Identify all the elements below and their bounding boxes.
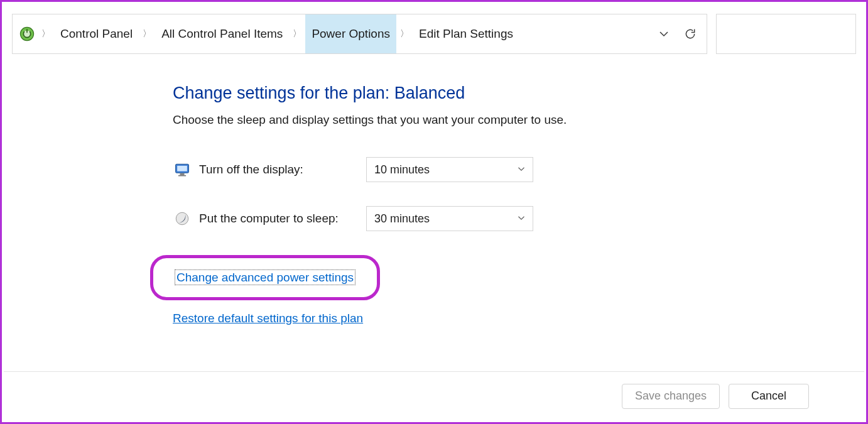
monitor-icon (173, 160, 192, 179)
svg-rect-4 (178, 175, 186, 177)
breadcrumb-item-all-items[interactable]: All Control Panel Items (155, 14, 289, 53)
chevron-down-icon (518, 214, 525, 224)
sleep-label: Put the computer to sleep: (199, 212, 366, 226)
breadcrumb: 〉 Control Panel 〉 All Control Panel Item… (12, 14, 707, 54)
page-subtitle: Choose the sleep and display settings th… (173, 113, 841, 127)
chevron-right-icon[interactable]: 〉 (398, 28, 411, 40)
cancel-button[interactable]: Cancel (729, 384, 809, 409)
setting-row-sleep: Put the computer to sleep: 30 minutes (173, 206, 841, 231)
address-bar: 〉 Control Panel 〉 All Control Panel Item… (12, 14, 856, 54)
save-changes-button[interactable]: Save changes (622, 384, 720, 409)
chevron-down-icon (518, 165, 525, 175)
svg-rect-3 (180, 173, 185, 175)
display-off-select[interactable]: 10 minutes (366, 157, 533, 182)
power-options-icon (19, 26, 35, 42)
chevron-right-icon[interactable]: 〉 (140, 28, 154, 40)
moon-icon (173, 209, 192, 228)
breadcrumb-item-edit-plan[interactable]: Edit Plan Settings (413, 14, 519, 53)
page-title: Change settings for the plan: Balanced (173, 84, 841, 103)
address-history-button[interactable] (651, 29, 676, 39)
display-off-label: Turn off the display: (199, 163, 366, 177)
breadcrumb-item-control-panel[interactable]: Control Panel (54, 14, 139, 53)
search-box[interactable] (716, 14, 856, 54)
chevron-right-icon[interactable]: 〉 (290, 28, 304, 40)
refresh-button[interactable] (678, 28, 703, 40)
svg-rect-2 (177, 166, 187, 171)
footer-bar: Save changes Cancel (4, 371, 864, 420)
restore-defaults-link[interactable]: Restore default settings for this plan (173, 312, 363, 325)
links-area: Change advanced power settings Restore d… (173, 255, 841, 325)
svg-point-5 (176, 212, 188, 225)
breadcrumb-item-power-options[interactable]: Power Options (305, 14, 396, 53)
sleep-select[interactable]: 30 minutes (366, 206, 533, 231)
chevron-right-icon[interactable]: 〉 (39, 28, 53, 40)
setting-row-display: Turn off the display: 10 minutes (173, 157, 841, 182)
change-advanced-link[interactable]: Change advanced power settings (175, 269, 355, 285)
annotation-highlight: Change advanced power settings (150, 255, 380, 300)
content-area: Change settings for the plan: Balanced C… (173, 77, 841, 325)
